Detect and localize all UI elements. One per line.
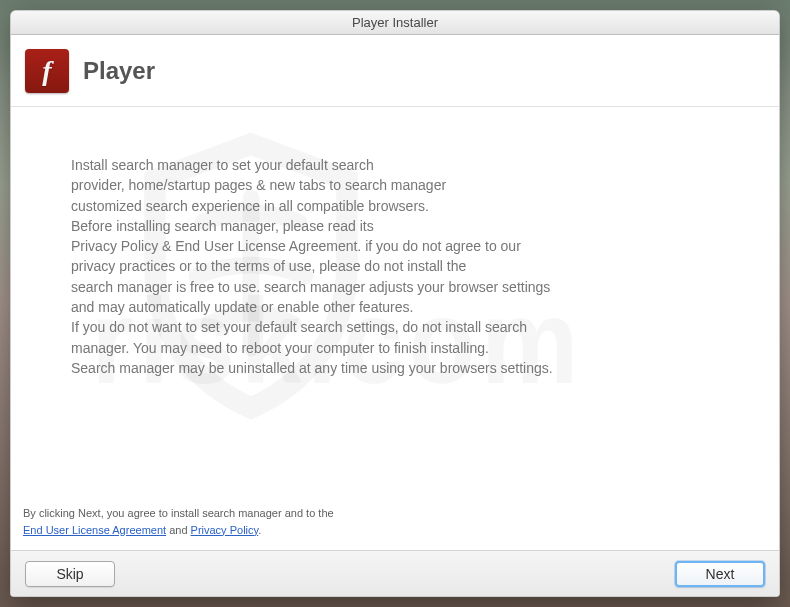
- legal-and: and: [166, 524, 190, 536]
- body-line: customized search experience in all comp…: [71, 196, 641, 216]
- installer-body: risk.com Install search manager to set y…: [11, 107, 779, 550]
- body-line: If you do not want to set your default s…: [71, 317, 641, 337]
- flash-icon: f: [25, 49, 69, 93]
- body-line: provider, home/startup pages & new tabs …: [71, 175, 641, 195]
- legal-notice: By clicking Next, you agree to install s…: [11, 499, 779, 550]
- body-line: and may automatically update or enable o…: [71, 297, 641, 317]
- body-line: search manager is free to use. search ma…: [71, 277, 641, 297]
- body-line: privacy practices or to the terms of use…: [71, 256, 641, 276]
- flash-glyph: f: [42, 57, 51, 85]
- installer-footer: Skip Next: [11, 550, 779, 596]
- next-button[interactable]: Next: [675, 561, 765, 587]
- body-line: Privacy Policy & End User License Agreem…: [71, 236, 641, 256]
- body-line: Install search manager to set your defau…: [71, 155, 641, 175]
- skip-button[interactable]: Skip: [25, 561, 115, 587]
- window-titlebar[interactable]: Player Installer: [11, 11, 779, 35]
- privacy-link[interactable]: Privacy Policy: [191, 524, 259, 536]
- eula-link[interactable]: End User License Agreement: [23, 524, 166, 536]
- body-line: manager. You may need to reboot your com…: [71, 338, 641, 358]
- window-title: Player Installer: [352, 15, 438, 30]
- body-text: Install search manager to set your defau…: [11, 107, 651, 388]
- legal-suffix: .: [258, 524, 261, 536]
- body-line: Before installing search manager, please…: [71, 216, 641, 236]
- installer-header: f Player: [11, 35, 779, 107]
- installer-window: Player Installer f Player risk.com Insta…: [10, 10, 780, 597]
- legal-prefix: By clicking Next, you agree to install s…: [23, 507, 334, 519]
- app-title: Player: [83, 57, 155, 85]
- body-line: Search manager may be uninstalled at any…: [71, 358, 641, 378]
